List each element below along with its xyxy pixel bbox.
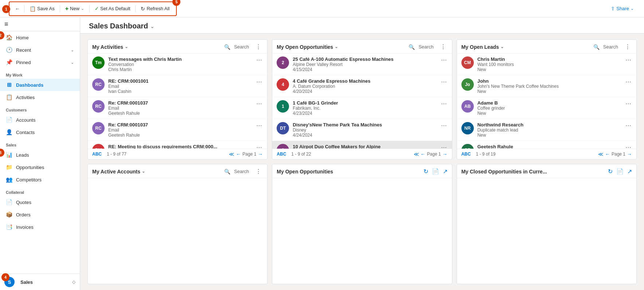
list-item[interactable]: RC Re: CRM:0001037 Email Geetesh Rahule … [88,97,267,119]
prev-page-btn[interactable]: ← [236,151,241,157]
expand-card-icon[interactable]: ↗ [443,168,448,175]
refresh-card-icon[interactable]: ↻ [424,168,428,175]
export-card-icon[interactable]: 📄 [432,168,439,175]
sidebar-item-opportunities[interactable]: 📁 Opportunities [0,161,80,173]
list-item-more[interactable]: ⋯ [440,56,448,63]
leads-menu-button[interactable]: ⋮ [623,43,632,50]
list-item-more[interactable]: ⋯ [625,100,632,107]
first-page-btn[interactable]: ≪ [229,151,234,157]
opportunities-menu-button[interactable]: ⋮ [439,43,448,50]
sidebar-item-invoices[interactable]: 📑 Invoices [0,221,80,233]
list-item[interactable]: CM Chris Martin Want 100 monitors New ⋯ [457,54,636,75]
list-item[interactable]: AB Adame B Coffee grinder New ⋯ [457,97,636,119]
activities-title-chevron[interactable]: ⌄ [125,44,128,49]
list-item[interactable]: NR Northwind Research Duplicate match le… [457,119,636,141]
top-bar-right: ⇧ Share ⌄ [606,4,638,13]
list-item-more[interactable]: ⋯ [625,122,632,129]
opportunities-search-icon[interactable]: 🔍 [409,44,415,50]
recent-chevron: ⌄ [71,48,74,52]
page-label: Page 1 [242,152,256,157]
sidebar-item-dashboards[interactable]: ⊞ Dashboards [0,79,80,91]
activities-label: Activities [16,95,35,100]
list-item-more[interactable]: ⋯ [255,144,263,149]
list-item[interactable]: Tm Text messages with Chris Martin Conve… [88,54,267,75]
opportunities-search-label[interactable]: Search [418,44,433,50]
active-accounts-menu-button[interactable]: ⋮ [254,168,263,175]
activities-search-label[interactable]: Search [234,44,249,50]
list-item-more[interactable]: ⋯ [255,78,263,85]
list-item[interactable]: RM RE: Meeting to discuss requirements C… [88,141,267,149]
list-item[interactable]: RC Re: CRM:0001037 Email Geetesh Rahule … [88,119,267,141]
list-item-more[interactable]: ⋯ [440,122,448,129]
activities-search-icon[interactable]: 🔍 [224,44,230,50]
list-item-more[interactable]: ⋯ [440,78,448,85]
sidebar-item-accounts[interactable]: 📄 Accounts [0,114,80,126]
card-header-active-accounts: My Active Accounts ⌄ 🔍 Search ⋮ [88,164,267,178]
sidebar-item-orders[interactable]: 📦 Orders [0,208,80,221]
active-accounts-title-chevron[interactable]: ⌄ [142,169,145,174]
leads-search-label[interactable]: Search [603,44,618,50]
prev-page-btn[interactable]: ← [421,151,426,157]
list-item-sub2: Ivan Cashin [108,89,252,94]
list-item[interactable]: RC RE: CRM:0001001 Email Ivan Cashin ⋯ [88,75,267,97]
sidebar-item-pinned[interactable]: 📌 Pinned ⌄ [0,56,80,68]
list-item-more[interactable]: ⋯ [255,100,263,107]
dashboard-title-chevron[interactable]: ⌄ [150,23,155,29]
save-as-button[interactable]: 📋 Save As [26,4,58,13]
list-item-more[interactable]: ⋯ [440,144,448,149]
next-page-btn[interactable]: → [627,151,632,157]
expand-closed-icon[interactable]: ↗ [627,168,632,175]
list-item-sub: Duplicate match lead [477,128,621,133]
next-page-btn[interactable]: → [442,151,448,157]
refresh-all-button[interactable]: ↻ Refresh All [137,4,173,13]
list-item[interactable]: DT Disney'sNew Theme Park Tea Machines D… [272,119,452,141]
customers-header: Customers [0,103,80,114]
closed-opportunities-card-title: My Closed Opportunities in Curre... [461,169,547,175]
list-item-more[interactable]: ⋯ [625,144,632,149]
sidebar-item-competitors[interactable]: 👥 Competitors [0,173,80,186]
sidebar-item-home[interactable]: 🏠 Home [0,31,80,44]
leads-title-chevron[interactable]: ⌄ [500,44,504,49]
active-accounts-list [88,178,267,284]
first-page-btn[interactable]: ≪ [414,151,419,157]
list-item-more[interactable]: ⋯ [625,78,632,85]
accounts-label: Accounts [16,117,35,123]
list-item[interactable]: 1 10 Airpot Duo Coffee Makers for Alpine… [272,141,452,149]
list-item-more[interactable]: ⋯ [625,56,632,63]
refresh-closed-icon[interactable]: ↻ [608,168,613,175]
list-item-more[interactable]: ⋯ [255,56,263,63]
active-accounts-search-label[interactable]: Search [234,169,249,174]
leads-abc[interactable]: ABC [461,152,471,157]
list-item[interactable]: 2 25 Café A-100 Automatic Espresso Machi… [272,54,452,75]
opportunities-abc[interactable]: ABC [277,152,286,157]
list-item-more[interactable]: ⋯ [255,122,263,129]
list-item[interactable]: 1 1 Café BG-1 Grinder Fabrikam, Inc. 4/2… [272,97,452,119]
activities-menu-button[interactable]: ⋮ [254,43,263,50]
sidebar-item-contacts[interactable]: 👤 Contacts [0,126,80,138]
leads-search-icon[interactable]: 🔍 [593,44,600,50]
leads-icon: 📊 [6,152,12,158]
list-item[interactable]: Jo John John's New Theme Park Coffee Mac… [457,75,636,97]
export-closed-icon[interactable]: 📄 [616,168,624,175]
sidebar-item-quotes[interactable]: 📄 Quotes [0,196,80,208]
list-item[interactable]: GR Geetesh Rahule Interested in Coffee R… [457,141,636,149]
first-page-btn[interactable]: ≪ [598,151,604,157]
sidebar-bottom[interactable]: 4 S Sales ◇ [0,274,80,290]
sidebar-item-activities[interactable]: 📋 Activities [0,91,80,103]
activities-abc[interactable]: ABC [92,152,102,157]
sidebar-item-recent[interactable]: 🕐 Recent ⌄ [0,44,80,56]
active-accounts-search-icon[interactable]: 🔍 [224,169,230,175]
list-item-content: Disney'sNew Theme Park Tea Machines Disn… [293,122,436,138]
sidebar-item-leads[interactable]: 📊 Leads [0,149,80,161]
new-button[interactable]: + New ⌄ [62,4,88,13]
list-item[interactable]: 4 4 Café Grande Espresso Machines A. Dat… [272,75,452,97]
next-page-btn[interactable]: → [258,151,263,157]
share-button[interactable]: ⇧ Share ⌄ [606,4,638,13]
hamburger-menu[interactable]: ≡ [4,20,8,28]
prev-page-btn[interactable]: ← [605,151,610,157]
back-button[interactable]: ← [12,4,23,14]
opportunities-title-chevron[interactable]: ⌄ [335,44,338,49]
set-as-default-button[interactable]: ✓ Set As Default [91,4,134,13]
list-item-more[interactable]: ⋯ [440,100,448,107]
pinned-icon: 📌 [6,59,12,66]
